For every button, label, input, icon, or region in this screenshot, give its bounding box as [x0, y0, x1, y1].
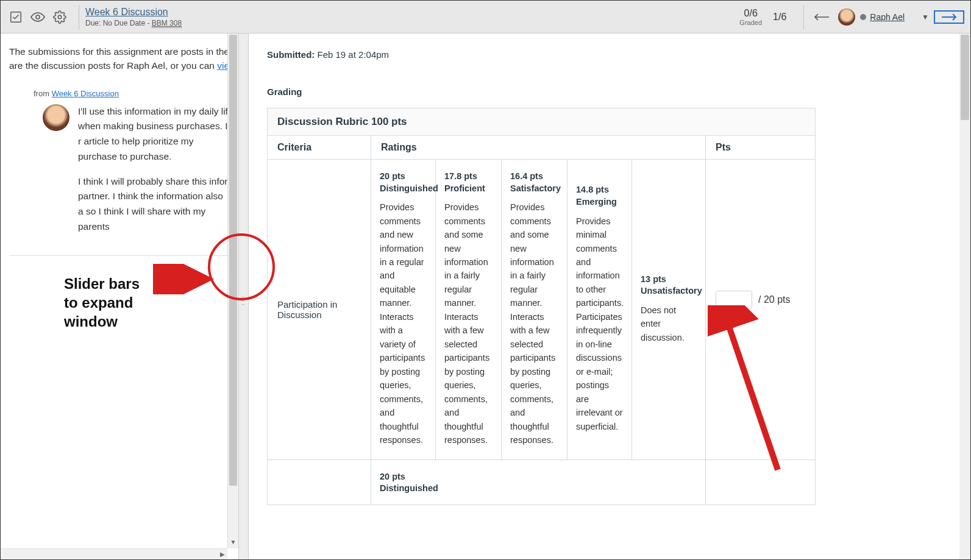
- due-date: No Due Date: [103, 19, 145, 27]
- graded-stat: 0/6 Graded: [739, 8, 762, 26]
- submitted-line: Submitted: Feb 19 at 2:04pm: [267, 49, 952, 60]
- annotation-line2: to expand: [64, 293, 230, 312]
- due-sep: -: [145, 19, 152, 27]
- grading-pane: Submitted: Feb 19 at 2:04pm Grading Disc…: [249, 34, 970, 559]
- status-dot-icon: [860, 14, 866, 20]
- rating-title: 13 pts Unsatisfactory: [641, 274, 689, 297]
- left-horizontal-scrollbar[interactable]: ▶: [1, 548, 227, 559]
- submitted-label: Submitted:: [267, 49, 318, 60]
- col-header-criteria: Criteria: [268, 136, 371, 160]
- rubric-row: 20 pts Distinguished: [268, 459, 816, 505]
- course-link[interactable]: BBM 308: [152, 19, 182, 28]
- rating-desc: Provides comments and new information in…: [380, 200, 427, 447]
- annotation-text: Slider bars to expand window: [64, 274, 230, 331]
- pane-splitter[interactable]: ······: [238, 34, 249, 559]
- scroll-right-icon[interactable]: ▶: [218, 549, 227, 559]
- main-area: The submissions for this assignment are …: [1, 34, 970, 559]
- comment-icon[interactable]: [716, 316, 805, 328]
- scroll-down-icon[interactable]: ▼: [228, 539, 238, 548]
- discussion-post: I'll use this information in my daily li…: [43, 104, 230, 244]
- submission-pane: The submissions for this assignment are …: [1, 34, 238, 559]
- post-avatar: [43, 104, 69, 131]
- svg-point-1: [36, 15, 40, 19]
- rating-title: 20 pts Distinguished: [380, 171, 427, 194]
- assignment-title-link[interactable]: Week 6 Discussion: [85, 7, 182, 18]
- divider: [803, 5, 804, 29]
- submitted-value: Feb 19 at 2:04pm: [318, 49, 389, 60]
- rating-option[interactable]: 16.4 pts Satisfactory Provides comments …: [502, 160, 567, 459]
- discussion-source-link[interactable]: Week 6 Discussion: [52, 89, 119, 98]
- svg-point-2: [58, 15, 62, 19]
- top-bar: Week 6 Discussion Due: No Due Date - BBM…: [1, 1, 970, 34]
- from-label: from: [34, 89, 52, 98]
- rating-desc: Provides minimal comments and informatio…: [576, 214, 623, 434]
- top-right-cluster: 0/6 Graded 1/6 Raph Ael ▼: [739, 5, 964, 29]
- rating-option[interactable]: 14.8 pts Emerging Provides minimal comme…: [567, 160, 632, 459]
- annotation-line3: window: [64, 312, 230, 331]
- scrollbar-thumb[interactable]: [961, 35, 969, 120]
- intro-text: The submissions for this assignment are …: [9, 44, 230, 73]
- col-header-pts: Pts: [706, 136, 816, 160]
- rating-desc: Provides comments and some new informati…: [444, 200, 493, 447]
- rating-title: 16.4 pts Satisfactory: [510, 171, 558, 194]
- prev-student-button[interactable]: [810, 10, 833, 24]
- graded-count: 0/6: [739, 8, 762, 19]
- points-max-label: / 20 pts: [758, 294, 790, 305]
- rating-option[interactable]: 13 pts Unsatisfactory Does not enter dis…: [632, 160, 698, 459]
- rubric-table: Discussion Rubric 100 pts Criteria Ratin…: [267, 108, 816, 505]
- left-vertical-scrollbar[interactable]: ▲ ▼: [227, 34, 238, 548]
- divider: [79, 5, 79, 29]
- intro-line1: The submissions for this assignment are …: [9, 46, 229, 57]
- rating-option[interactable]: 20 pts Distinguished: [371, 460, 436, 505]
- col-header-ratings: Ratings: [371, 136, 706, 160]
- ratings-cell: 20 pts Distinguished Provides comments a…: [371, 160, 706, 460]
- right-vertical-scrollbar[interactable]: [959, 34, 970, 559]
- gradebook-icon[interactable]: [7, 8, 25, 26]
- splitter-grip-icon: ······: [241, 296, 245, 307]
- assignment-block: Week 6 Discussion Due: No Due Date - BBM…: [85, 7, 182, 27]
- rubric-title: Discussion Rubric 100 pts: [268, 108, 816, 136]
- settings-gear-icon[interactable]: [51, 8, 69, 26]
- points-cell: / 20 pts: [706, 160, 816, 460]
- from-line: from Week 6 Discussion: [34, 89, 230, 98]
- rating-title: 20 pts Distinguished: [380, 471, 427, 495]
- scrollbar-thumb[interactable]: [229, 35, 237, 486]
- points-input[interactable]: [716, 291, 752, 309]
- rating-title: 14.8 pts Emerging: [576, 184, 623, 208]
- student-dropdown-caret-icon[interactable]: ▼: [922, 13, 929, 21]
- rating-desc: Does not enter discussion.: [641, 303, 689, 344]
- visibility-icon[interactable]: [29, 8, 47, 26]
- pager-count: 1/6: [773, 12, 786, 23]
- rubric-row: Participation in Discussion 20 pts Disti…: [268, 160, 816, 460]
- grading-heading: Grading: [267, 87, 952, 97]
- annotation-line1: Slider bars: [64, 274, 230, 293]
- rating-option[interactable]: 20 pts Distinguished Provides comments a…: [371, 160, 436, 459]
- post-divider: [9, 255, 230, 256]
- ratings-cell: 20 pts Distinguished: [371, 459, 706, 505]
- points-cell: [706, 459, 816, 505]
- criterion-cell: Participation in Discussion: [268, 160, 371, 460]
- rating-title: 17.8 pts Proficient: [444, 171, 493, 194]
- student-name-link[interactable]: Raph Ael: [870, 12, 905, 22]
- intro-line2: are the discussion posts for Raph Ael, o…: [9, 60, 217, 71]
- due-prefix: Due:: [85, 19, 103, 27]
- rating-desc: Provides comments and some new informati…: [510, 200, 558, 447]
- next-student-button[interactable]: [934, 10, 964, 24]
- post-paragraph-2: I think I will probably share this infor…: [78, 174, 230, 235]
- graded-label: Graded: [739, 19, 762, 26]
- student-avatar[interactable]: [838, 9, 855, 26]
- rating-option[interactable]: 17.8 pts Proficient Provides comments an…: [436, 160, 502, 459]
- assignment-subtitle: Due: No Due Date - BBM 308: [85, 19, 182, 27]
- post-body: I'll use this information in my daily li…: [78, 104, 230, 244]
- post-paragraph-1: I'll use this information in my daily li…: [78, 104, 230, 165]
- criterion-cell: [268, 459, 371, 505]
